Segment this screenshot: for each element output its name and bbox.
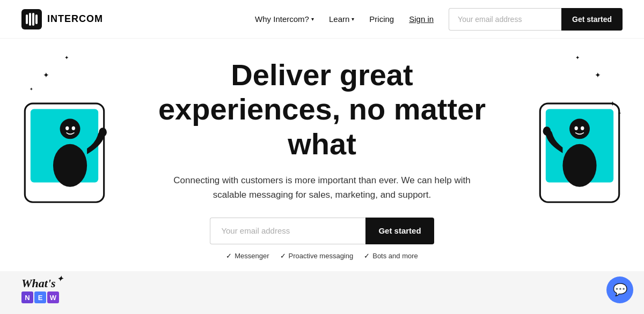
check-proactive: ✓ Proactive messaging (280, 252, 354, 260)
chat-bubble-button[interactable]: 💬 (606, 276, 633, 303)
new-e-letter: E (34, 291, 46, 303)
logo[interactable]: INTERCOM (21, 9, 103, 29)
svg-rect-2 (29, 13, 31, 26)
nav-links: Why Intercom? ▾ Learn ▾ Pricing Sign in (255, 14, 434, 24)
logo-icon (21, 9, 42, 29)
hero-title: Deliver great experiences, no matter wha… (150, 58, 494, 161)
hero-email-input[interactable] (210, 218, 365, 244)
whats-new-text: What's ✦ (21, 276, 56, 290)
svg-point-9 (99, 128, 107, 137)
nav-learn[interactable]: Learn ▾ (329, 14, 354, 24)
star-decoration-r-sm: ✦ (575, 55, 580, 61)
whats-new-badge: What's ✦ N E W (21, 276, 59, 303)
svg-rect-1 (26, 14, 28, 24)
chat-icon: 💬 (613, 283, 627, 297)
svg-point-8 (53, 144, 87, 187)
svg-text:✦: ✦ (610, 100, 616, 108)
svg-rect-0 (21, 9, 42, 29)
star-decoration-sm: ✦ (64, 55, 69, 61)
star-decoration-xs: ✦ (30, 87, 33, 92)
hero-subtitle: Connecting with customers is more import… (172, 173, 472, 202)
nav-why-intercom[interactable]: Why Intercom? ▾ (255, 14, 314, 24)
check-bots: ✓ Bots and more (364, 252, 418, 260)
chevron-down-icon: ▾ (352, 16, 354, 22)
svg-text:✦: ✦ (618, 110, 621, 116)
navbar: INTERCOM Why Intercom? ▾ Learn ▾ Pricing… (0, 0, 644, 39)
check-icon: ✓ (364, 252, 370, 260)
svg-point-14 (569, 118, 590, 139)
logo-text: INTERCOM (47, 13, 103, 25)
svg-point-15 (562, 144, 596, 187)
new-badge: N E W (21, 291, 59, 303)
nav-email-form: Get started (449, 8, 623, 31)
chevron-down-icon: ▾ (311, 16, 314, 22)
svg-rect-4 (35, 14, 38, 24)
hero-form: Get started (210, 218, 434, 244)
star-decoration: ✦ (43, 71, 49, 79)
new-n-letter: N (21, 291, 33, 303)
svg-rect-3 (32, 13, 34, 26)
svg-point-18 (581, 126, 584, 130)
left-illustration (11, 92, 118, 221)
hero-get-started-button[interactable]: Get started (365, 218, 434, 244)
right-illustration: ✦ ✦ (526, 92, 633, 221)
sparkle-icon: ✦ (57, 274, 63, 283)
svg-point-7 (60, 118, 80, 139)
svg-point-11 (72, 126, 75, 130)
svg-point-17 (575, 126, 578, 130)
nav-email-input[interactable] (449, 8, 561, 31)
hero-section: ✦ ✦ ✦ ✦ ✦ (0, 39, 644, 260)
star-decoration-r: ✦ (595, 71, 601, 79)
whats-new-section: What's ✦ N E W (0, 271, 644, 314)
check-icon: ✓ (280, 252, 286, 260)
check-messenger: ✓ Messenger (226, 252, 269, 260)
new-w-letter: W (47, 291, 59, 303)
nav-signin[interactable]: Sign in (409, 14, 434, 24)
check-icon: ✓ (226, 252, 232, 260)
nav-get-started-button[interactable]: Get started (561, 8, 623, 31)
svg-point-10 (65, 126, 69, 130)
hero-checks: ✓ Messenger ✓ Proactive messaging ✓ Bots… (226, 252, 418, 260)
svg-point-16 (543, 126, 551, 136)
nav-pricing[interactable]: Pricing (369, 14, 394, 24)
